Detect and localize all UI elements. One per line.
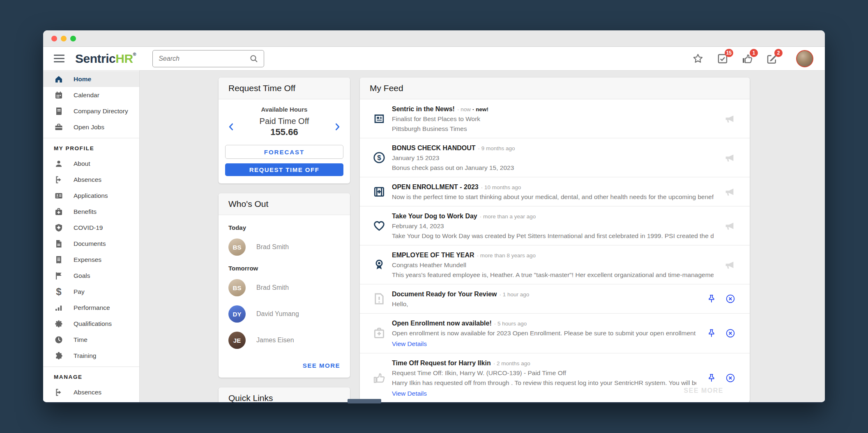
- sidebar-item-documents[interactable]: Documents: [43, 236, 139, 252]
- award-ribbon-icon: [372, 258, 386, 272]
- sidebar-item-home[interactable]: Home: [43, 71, 139, 87]
- window-titlebar: [43, 30, 825, 47]
- chevron-right-icon[interactable]: [332, 121, 343, 132]
- whos-out-group-today: Today: [228, 224, 340, 231]
- tasks-badge: 15: [725, 49, 733, 57]
- feed-item[interactable]: $ BONUS CHECK HANDOUT· 9 months ago Janu…: [360, 138, 750, 177]
- briefcase-icon: [54, 122, 64, 132]
- avatar: DY: [228, 305, 246, 323]
- receipt-icon: [54, 255, 64, 265]
- pin-icon[interactable]: [706, 373, 717, 383]
- request-time-off-card: Request Time Off Available Hours Paid Ti…: [219, 78, 350, 183]
- minimize-button[interactable]: [61, 36, 67, 41]
- sidebar-item-pay[interactable]: $ Pay: [43, 284, 139, 300]
- horizontal-scrollbar-thumb[interactable]: [348, 399, 381, 403]
- sidebar-item-training[interactable]: Training: [43, 348, 139, 364]
- compose-icon[interactable]: 2: [766, 53, 778, 65]
- badge-icon: [54, 319, 64, 329]
- favorites-star-icon[interactable]: [692, 53, 704, 65]
- sidebar-item-performance[interactable]: Performance: [43, 300, 139, 316]
- request-time-off-button[interactable]: REQUEST TIME OFF: [225, 163, 343, 176]
- quick-links-card: Quick Links Aetna Benefits: [219, 387, 350, 402]
- whos-out-group-tomorrow: Tomorrow: [228, 265, 340, 272]
- dismiss-icon[interactable]: [725, 328, 736, 339]
- sidebar-divider: [43, 367, 139, 367]
- app-header: SentricHR® 15 1 2: [43, 47, 825, 71]
- zoom-button[interactable]: [70, 36, 76, 41]
- whos-out-person[interactable]: JE James Eisen: [228, 328, 340, 355]
- feed-item[interactable]: EMPLOYEE OF THE YEAR· more than 8 years …: [360, 245, 750, 284]
- tasks-icon[interactable]: 15: [716, 53, 729, 65]
- megaphone-icon: [723, 112, 736, 125]
- directory-book-icon: [54, 106, 64, 116]
- sidebar-item-absences[interactable]: Absences: [43, 172, 139, 188]
- megaphone-icon: [723, 220, 736, 232]
- sidebar: Home Calendar Company Directory Open Job…: [43, 71, 140, 402]
- sidebar-item-applications[interactable]: Applications: [43, 188, 139, 204]
- megaphone-icon: [723, 151, 736, 164]
- megaphone-icon: [723, 259, 736, 271]
- quick-links-title: Quick Links: [228, 393, 273, 402]
- sidebar-item-open-jobs[interactable]: Open Jobs: [43, 119, 139, 135]
- health-enrollment-icon: [372, 185, 386, 199]
- pin-icon[interactable]: [706, 328, 717, 339]
- approvals-thumb-icon[interactable]: 1: [741, 53, 753, 65]
- medkit-icon: [54, 207, 64, 217]
- svg-text:$: $: [377, 154, 381, 162]
- exit-arrow-icon: [54, 387, 64, 397]
- whos-out-person[interactable]: BS Brad Smith: [228, 235, 340, 261]
- bar-chart-icon: [54, 303, 64, 313]
- whos-out-person[interactable]: DY David Yumang: [228, 302, 340, 328]
- sidebar-item-time[interactable]: Time: [43, 332, 139, 348]
- sidebar-divider: [43, 138, 139, 138]
- pto-category: Paid Time Off: [240, 117, 329, 126]
- app-window: SentricHR® 15 1 2: [43, 30, 825, 403]
- sidebar-item-goals[interactable]: Goals: [43, 268, 139, 284]
- avatar: BS: [228, 279, 246, 296]
- chevron-left-icon[interactable]: [226, 121, 237, 132]
- feed-item[interactable]: Document Ready for Your Review· 1 hour a…: [360, 284, 750, 313]
- feed-item[interactable]: Sentric in the News!· now· new! Finalist…: [360, 99, 750, 138]
- feed-see-more-link[interactable]: SEE MORE: [684, 387, 723, 394]
- pin-icon[interactable]: [706, 293, 717, 304]
- sidebar-item-expenses[interactable]: Expenses: [43, 252, 139, 268]
- whos-out-person[interactable]: BS Brad Smith: [228, 276, 340, 302]
- clock-icon: [54, 335, 64, 345]
- request-time-off-title: Request Time Off: [228, 83, 295, 93]
- close-button[interactable]: [51, 36, 57, 41]
- avatar: JE: [228, 332, 246, 349]
- puzzle-icon: [54, 351, 64, 361]
- sidebar-item-calendar[interactable]: Calendar: [43, 87, 139, 103]
- dismiss-icon[interactable]: [725, 373, 736, 383]
- compose-badge: 2: [774, 49, 783, 57]
- home-icon: [54, 74, 64, 84]
- avatar: BS: [228, 238, 246, 256]
- feed-item[interactable]: Take Your Dog to Work Day· more than a y…: [360, 206, 750, 245]
- user-avatar[interactable]: [796, 50, 813, 67]
- search-input[interactable]: [159, 55, 249, 62]
- sidebar-item-company-directory[interactable]: Company Directory: [43, 103, 139, 119]
- forecast-button[interactable]: FORECAST: [225, 145, 343, 159]
- document-alert-icon: [372, 292, 386, 306]
- shield-virus-icon: [54, 223, 64, 233]
- sidebar-item-covid-19[interactable]: COVID-19: [43, 220, 139, 236]
- document-icon: [54, 239, 64, 249]
- sidebar-item-benefits[interactable]: Benefits: [43, 204, 139, 220]
- heart-icon: [372, 219, 386, 233]
- view-details-link[interactable]: View Details: [392, 390, 427, 397]
- search-box[interactable]: [152, 50, 264, 67]
- sidebar-item-about[interactable]: About: [43, 156, 139, 172]
- sentrichr-logo: SentricHR®: [75, 52, 136, 66]
- view-details-link[interactable]: View Details: [392, 340, 427, 348]
- sidebar-section-my-profile: MY PROFILE: [43, 141, 139, 156]
- sidebar-item-qualifications[interactable]: Qualifications: [43, 316, 139, 332]
- sidebar-item-manage-absences[interactable]: Absences: [43, 384, 139, 400]
- feed-item[interactable]: Time Off Request for Harry Ilkin· 2 mont…: [360, 353, 750, 402]
- feed-item[interactable]: Open Enrollment now available!· 5 hours …: [360, 313, 750, 353]
- dismiss-icon[interactable]: [725, 293, 736, 304]
- menu-icon[interactable]: [54, 55, 64, 62]
- whos-out-see-more-link[interactable]: SEE MORE: [303, 362, 340, 369]
- megaphone-icon: [723, 186, 736, 198]
- dollar-circle-icon: $: [372, 151, 386, 165]
- feed-item[interactable]: OPEN ENROLLMENT - 2023· 10 months ago No…: [360, 177, 750, 206]
